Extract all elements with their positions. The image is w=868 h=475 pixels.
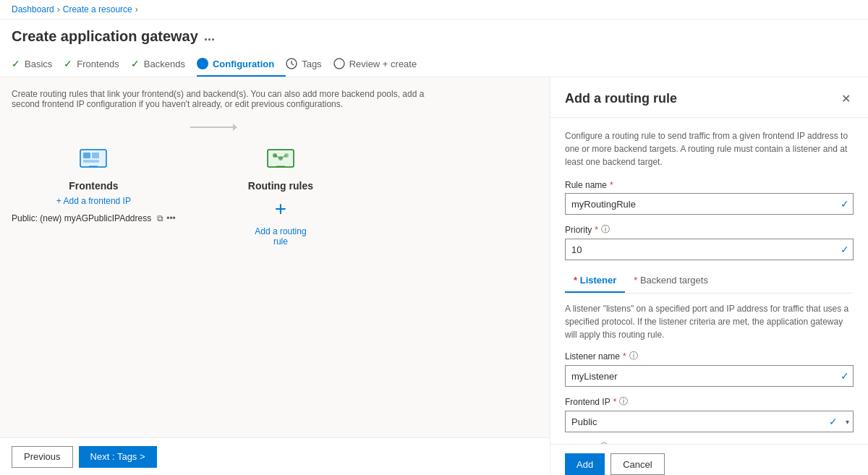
routing-rules-node: Routing rules + Add a routing rule bbox=[248, 141, 313, 247]
bottom-navigation-bar: Previous Next : Tags > bbox=[0, 437, 550, 475]
frontend-ip-info-icon[interactable]: ⓘ bbox=[619, 395, 628, 408]
wizard-step-configuration[interactable]: Configuration bbox=[197, 52, 286, 77]
step-tags-label: Tags bbox=[302, 59, 321, 69]
frontends-icon bbox=[76, 141, 111, 176]
connector-line bbox=[176, 127, 248, 128]
svg-rect-5 bbox=[83, 153, 90, 158]
panel-footer: Add Cancel bbox=[550, 444, 868, 475]
rule-name-row: Rule name * ✓ bbox=[565, 180, 854, 215]
frontends-label: Frontends bbox=[69, 180, 118, 192]
frontend-ip-label: Frontend IP * ⓘ bbox=[565, 395, 854, 408]
frontend-ip-row: Frontend IP * ⓘ Public ▾ ✓ bbox=[565, 395, 854, 432]
rule-name-label: Rule name * bbox=[565, 180, 854, 190]
required-marker: * bbox=[610, 180, 613, 190]
routing-icon bbox=[263, 141, 298, 176]
svg-rect-15 bbox=[276, 166, 285, 167]
next-button[interactable]: Next : Tags > bbox=[79, 446, 157, 468]
rule-name-input[interactable] bbox=[565, 193, 854, 215]
listener-name-input-wrapper: ✓ bbox=[565, 365, 854, 387]
page-more-options[interactable]: ... bbox=[204, 29, 215, 44]
clock-icon-review bbox=[333, 58, 345, 69]
add-routing-rule-panel: Add a routing rule ✕ Configure a routing… bbox=[550, 77, 868, 475]
priority-info-icon[interactable]: ⓘ bbox=[601, 223, 610, 236]
check-icon: ✓ bbox=[131, 58, 140, 69]
required-marker: * bbox=[595, 225, 598, 235]
listener-name-info-icon[interactable]: ⓘ bbox=[629, 350, 638, 362]
priority-input[interactable] bbox=[565, 239, 854, 260]
page-header: Create application gateway ... ✓ Basics … bbox=[0, 20, 868, 77]
clock-icon bbox=[286, 58, 297, 69]
frontends-svg-icon bbox=[77, 142, 109, 174]
add-routing-label[interactable]: Add a routing rule bbox=[255, 226, 306, 247]
wizard-step-backends[interactable]: ✓ Backends bbox=[131, 52, 197, 77]
step-frontends-label: Frontends bbox=[77, 59, 119, 69]
tab-backend-targets[interactable]: * Backend targets bbox=[625, 269, 717, 293]
add-routing-rule-button[interactable]: + bbox=[268, 196, 294, 222]
panel-body: Configure a routing rule to send traffic… bbox=[550, 118, 868, 444]
listener-name-row: Listener name * ⓘ ✓ bbox=[565, 350, 854, 387]
breadcrumb: Dashboard › Create a resource › bbox=[0, 0, 868, 20]
panel-tabs: * Listener * Backend targets bbox=[565, 269, 854, 294]
priority-input-wrapper: ✓ bbox=[565, 239, 854, 260]
frontend-item-actions[interactable]: ⧉ ••• bbox=[157, 213, 176, 223]
copy-icon[interactable]: ⧉ bbox=[157, 213, 163, 223]
listener-name-label: Listener name * ⓘ bbox=[565, 350, 854, 362]
listener-name-input[interactable] bbox=[565, 365, 854, 387]
routing-svg-icon bbox=[265, 142, 297, 174]
add-button[interactable]: Add bbox=[565, 453, 605, 475]
step-backends-label: Backends bbox=[144, 59, 185, 69]
panel-header: Add a routing rule ✕ bbox=[550, 77, 868, 118]
frontend-item-text: Public: (new) myAGPublicIPAddress bbox=[12, 213, 151, 223]
frontend-ip-select[interactable]: Public bbox=[565, 411, 854, 432]
active-step-indicator bbox=[197, 58, 208, 69]
breadcrumb-create-resource[interactable]: Create a resource bbox=[63, 4, 132, 14]
required-marker: * bbox=[623, 351, 626, 361]
more-icon[interactable]: ••• bbox=[166, 213, 176, 223]
check-icon: ✓ bbox=[12, 58, 20, 69]
step-basics-label: Basics bbox=[25, 59, 52, 69]
check-icon: ✓ bbox=[64, 58, 72, 69]
tab-listener[interactable]: * Listener bbox=[565, 269, 625, 293]
panel-title: Add a routing rule bbox=[565, 91, 677, 106]
required-star: * bbox=[634, 275, 637, 286]
svg-point-3 bbox=[334, 59, 344, 69]
wizard-step-tags[interactable]: Tags bbox=[286, 52, 333, 77]
cancel-button[interactable]: Cancel bbox=[610, 453, 664, 475]
required-star: * bbox=[574, 275, 577, 286]
canvas-nodes: Frontends + Add a frontend IP Public: (n… bbox=[12, 127, 535, 261]
previous-button[interactable]: Previous bbox=[12, 446, 73, 468]
wizard-step-basics[interactable]: ✓ Basics bbox=[12, 52, 64, 77]
svg-rect-6 bbox=[92, 153, 99, 158]
priority-row: Priority * ⓘ ✓ bbox=[565, 223, 854, 260]
svg-rect-8 bbox=[89, 166, 98, 167]
rule-name-input-wrapper: ✓ bbox=[565, 193, 854, 215]
svg-rect-7 bbox=[83, 160, 99, 163]
add-frontend-ip-link[interactable]: + Add a frontend IP bbox=[56, 196, 131, 206]
routing-label: Routing rules bbox=[248, 180, 313, 192]
svg-line-2 bbox=[292, 64, 294, 65]
wizard-step-frontends[interactable]: ✓ Frontends bbox=[64, 52, 131, 77]
panel-close-button[interactable]: ✕ bbox=[838, 89, 854, 108]
step-configuration-label: Configuration bbox=[213, 59, 274, 69]
required-marker: * bbox=[613, 397, 617, 407]
listener-info-text: A listener "listens" on a specified port… bbox=[565, 302, 854, 341]
priority-label: Priority * ⓘ bbox=[565, 223, 854, 236]
breadcrumb-dashboard[interactable]: Dashboard bbox=[12, 4, 54, 14]
frontend-item: Public: (new) myAGPublicIPAddress ⧉ ••• bbox=[12, 213, 176, 223]
frontend-ip-select-wrapper: Public ▾ ✓ bbox=[565, 411, 854, 432]
wizard-steps: ✓ Basics ✓ Frontends ✓ Backends Configur… bbox=[12, 52, 856, 77]
panel-description: Configure a routing rule to send traffic… bbox=[565, 129, 854, 168]
page-title-text: Create application gateway bbox=[12, 28, 198, 45]
canvas-description: Create routing rules that link your fron… bbox=[12, 89, 446, 109]
frontends-node: Frontends + Add a frontend IP Public: (n… bbox=[12, 141, 176, 223]
step-review-label: Review + create bbox=[349, 59, 417, 69]
wizard-step-review[interactable]: Review + create bbox=[333, 52, 429, 77]
